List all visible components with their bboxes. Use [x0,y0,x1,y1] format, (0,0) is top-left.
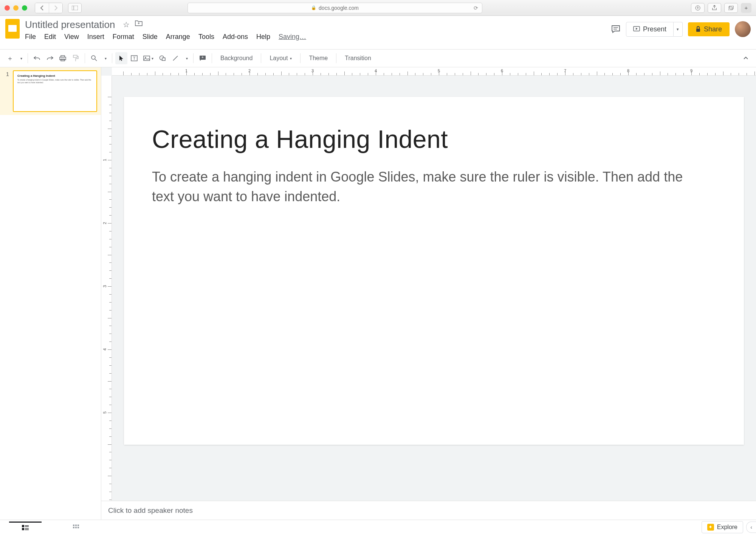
nav-buttons [35,3,63,13]
thumb-title: Creating a Hanging Indent [17,74,93,78]
fullscreen-window-icon[interactable] [22,5,27,11]
menu-tools[interactable]: Tools [198,33,214,41]
menu-addons[interactable]: Add-ons [223,33,248,41]
present-dropdown[interactable]: ▾ [674,22,683,37]
document-title[interactable]: Untitled presentation [25,19,115,31]
separator [300,53,301,63]
svg-text:T: T [133,56,136,61]
separator [261,53,261,63]
separator [212,53,212,63]
app-header: Untitled presentation ☆ File Edit View I… [0,16,756,49]
slides-logo-icon[interactable] [5,19,20,39]
new-slide-dropdown[interactable] [17,52,25,64]
comments-icon[interactable] [611,24,621,34]
slide-thumbnail[interactable]: Creating a Hanging Indent To create a ha… [13,70,97,112]
collapse-toolbar-icon[interactable] [739,56,752,60]
menu-edit[interactable]: Edit [44,33,56,41]
speaker-notes[interactable]: Click to add speaker notes [101,501,756,520]
notes-placeholder: Click to add speaker notes [108,506,193,515]
separator [336,53,336,63]
svg-line-14 [95,59,97,61]
layout-button[interactable]: Layout [264,52,297,64]
new-slide-button[interactable]: ＋ [4,52,16,64]
slide-body-text[interactable]: To create a hanging indent in Google Sli… [152,167,704,206]
share-button[interactable]: Share [688,22,730,36]
present-label: Present [643,25,666,33]
theme-button[interactable]: Theme [304,52,333,64]
svg-rect-26 [25,526,29,527]
separator [85,53,85,63]
sidebar-toggle-button[interactable] [68,3,82,13]
line-tool[interactable] [169,52,181,64]
transition-button[interactable]: Transition [339,52,376,64]
present-icon [633,26,640,32]
vertical-ruler[interactable]: 12345 [101,76,112,534]
svg-rect-34 [75,527,77,528]
svg-rect-20 [162,58,165,61]
zoom-dropdown[interactable] [101,52,109,64]
star-icon[interactable]: ☆ [123,20,130,29]
menu-format[interactable]: Format [113,33,134,41]
lock-icon [696,26,701,32]
svg-rect-12 [73,55,77,57]
share-button[interactable] [708,3,721,13]
close-window-icon[interactable] [5,5,10,11]
svg-rect-33 [73,527,74,528]
avatar[interactable] [735,21,751,37]
svg-rect-0 [72,6,78,10]
menu-file[interactable]: File [25,33,36,41]
svg-point-13 [91,56,95,59]
image-tool[interactable] [141,52,156,64]
reload-icon[interactable]: ⟳ [474,5,478,11]
svg-rect-4 [730,6,733,9]
menu-slide[interactable]: Slide [143,33,158,41]
downloads-button[interactable] [691,3,705,13]
new-tab-button[interactable]: + [741,3,751,13]
line-dropdown[interactable] [182,52,190,64]
menu-insert[interactable]: Insert [87,33,104,41]
address-bar[interactable]: 🔒 docs.google.com ⟳ [187,3,482,13]
svg-rect-24 [22,525,24,527]
separator [28,53,28,63]
undo-button[interactable] [31,52,43,64]
svg-rect-30 [73,525,74,526]
print-button[interactable] [57,52,69,64]
svg-rect-32 [77,525,79,526]
side-panel-toggle[interactable]: ‹ [746,522,756,533]
lock-icon: 🔒 [311,5,316,10]
forward-button[interactable] [49,3,62,13]
horizontal-ruler[interactable]: 123456789 [112,67,756,76]
paint-format-button[interactable] [70,52,82,64]
slide-title-text[interactable]: Creating a Hanging Indent [152,125,716,154]
window-controls [5,5,27,11]
redo-button[interactable] [44,52,56,64]
tabs-button[interactable] [724,3,738,13]
menu-help[interactable]: Help [256,33,270,41]
explore-button[interactable]: ✦ Explore [702,521,743,533]
back-button[interactable] [35,3,49,13]
textbox-tool[interactable]: T [128,52,140,64]
explore-icon: ✦ [707,524,714,531]
select-tool[interactable] [115,52,127,64]
background-button[interactable]: Background [215,52,258,64]
grid-view-icon[interactable] [60,522,92,533]
move-folder-icon[interactable] [135,20,143,29]
slide-row: 1 Creating a Hanging Indent To create a … [0,67,101,115]
zoom-button[interactable] [88,52,100,64]
menu-view[interactable]: View [64,33,79,41]
filmstrip-view-icon[interactable] [9,522,42,533]
svg-rect-31 [75,525,77,526]
separator [193,53,194,63]
chrome-right-buttons: + [691,3,751,13]
svg-text:+: + [201,55,204,59]
present-button[interactable]: Present [626,22,674,37]
svg-rect-35 [77,527,79,528]
minimize-window-icon[interactable] [13,5,19,11]
svg-rect-8 [696,29,700,32]
menu-arrange[interactable]: Arrange [166,33,190,41]
share-label: Share [704,25,722,33]
shape-tool[interactable] [156,52,169,64]
add-comment-button[interactable]: + [197,52,209,64]
film-strip[interactable]: 1 Creating a Hanging Indent To create a … [0,67,101,534]
slide-canvas[interactable]: Creating a Hanging Indent To create a ha… [124,97,744,445]
